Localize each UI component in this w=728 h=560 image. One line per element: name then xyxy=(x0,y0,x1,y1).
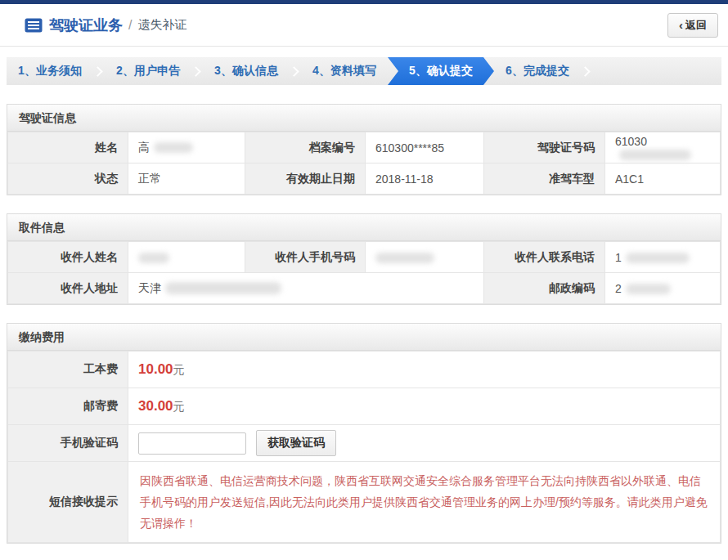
step-6-done[interactable]: 6、完成提交 xyxy=(494,57,581,85)
page-title: 驾驶证业务 xyxy=(49,16,123,35)
step-separator-icon xyxy=(191,57,203,85)
recipient-name-value xyxy=(128,242,245,273)
step-1-notice[interactable]: 1、业务须知 xyxy=(7,57,93,85)
post-fee-amount: 30.00 xyxy=(138,398,173,414)
recipient-address-label: 收件人地址 xyxy=(8,273,128,304)
fees-table: 工本费 10.00元 邮寄费 30.00元 手机验证码 获取验证码 短信接收提示… xyxy=(7,351,721,543)
sms-notice-text: 因陕西省联通、电信运营商技术问题，陕西省互联网交通安全综合服务管理平台无法向持陕… xyxy=(128,462,721,543)
table-row: 邮寄费 30.00元 xyxy=(8,388,721,425)
step-3-confirm-info[interactable]: 3、确认信息 xyxy=(203,57,290,85)
post-fee-label: 邮寄费 xyxy=(8,388,128,425)
redacted-text xyxy=(154,142,193,153)
step-wizard: 1、业务须知 2、用户申告 3、确认信息 4、资料填写 5、确认提交 6、完成提… xyxy=(7,57,721,85)
fees-section: 缴纳费用 工本费 10.00元 邮寄费 30.00元 手机验证码 获取验证码 短… xyxy=(7,323,721,544)
step-separator-icon xyxy=(290,57,301,85)
work-fee-value: 10.00元 xyxy=(128,352,721,388)
table-row: 收件人姓名 收件人手机号码 收件人联系电话 1 xyxy=(8,242,721,273)
table-row: 状态 正常 有效期止日期 2018-11-18 准驾车型 A1C1 xyxy=(8,164,721,195)
back-button[interactable]: ‹ 返回 xyxy=(667,13,718,38)
table-row: 工本费 10.00元 xyxy=(8,352,721,388)
pickup-info-section: 取件信息 收件人姓名 收件人手机号码 收件人联系电话 1 收件人地址 天津 邮政… xyxy=(7,213,721,305)
redacted-text xyxy=(626,253,690,263)
work-fee-amount: 10.00 xyxy=(138,361,173,377)
vehicle-class-label: 准驾车型 xyxy=(484,164,605,195)
postal-code-value: 2 xyxy=(605,273,721,304)
work-fee-unit: 元 xyxy=(173,363,185,376)
name-value: 高 xyxy=(128,132,245,164)
recipient-mobile-value xyxy=(366,242,484,273)
step-2-declare[interactable]: 2、用户申告 xyxy=(105,57,191,85)
post-fee-value: 30.00元 xyxy=(128,388,721,425)
license-info-table: 姓名 高 档案编号 610300****85 驾驶证号码 61030 状态 正常… xyxy=(7,132,721,195)
redacted-text xyxy=(375,253,434,263)
recipient-name-label: 收件人姓名 xyxy=(8,242,128,273)
step-4-fill-data[interactable]: 4、资料填写 xyxy=(301,57,388,85)
get-code-button[interactable]: 获取验证码 xyxy=(256,430,336,456)
postal-code-label: 邮政编码 xyxy=(484,273,605,304)
page-header: 驾驶证业务 / 遗失补证 ‹ 返回 xyxy=(0,4,728,47)
sms-code-label: 手机验证码 xyxy=(8,425,128,462)
step-bar-filler xyxy=(592,57,721,85)
fees-section-title: 缴纳费用 xyxy=(7,324,721,351)
table-row: 收件人地址 天津 邮政编码 2 xyxy=(8,273,721,304)
file-number-value: 610300****85 xyxy=(366,132,484,164)
post-fee-unit: 元 xyxy=(173,400,185,413)
status-label: 状态 xyxy=(8,164,128,195)
redacted-text xyxy=(619,150,691,160)
back-button-label: 返回 xyxy=(685,18,707,33)
table-row: 姓名 高 档案编号 610300****85 驾驶证号码 61030 xyxy=(8,132,721,164)
table-row: 手机验证码 获取验证码 xyxy=(8,425,721,462)
step-separator-icon xyxy=(581,57,592,85)
sms-code-cell: 获取验证码 xyxy=(128,425,721,462)
recipient-address-value: 天津 xyxy=(128,273,484,304)
chevron-left-icon: ‹ xyxy=(679,18,683,32)
sms-notice-label: 短信接收提示 xyxy=(8,462,128,543)
recipient-mobile-label: 收件人手机号码 xyxy=(245,242,366,273)
license-number-value: 61030 xyxy=(605,132,721,164)
pickup-info-table: 收件人姓名 收件人手机号码 收件人联系电话 1 收件人地址 天津 邮政编码 2 xyxy=(7,241,721,304)
license-section-title: 驾驶证信息 xyxy=(7,105,721,132)
vehicle-class-value: A1C1 xyxy=(605,164,721,195)
breadcrumb-separator: / xyxy=(128,18,132,33)
status-value: 正常 xyxy=(128,164,245,195)
redacted-text xyxy=(165,282,281,294)
step-separator-icon xyxy=(93,57,105,85)
expiry-value: 2018-11-18 xyxy=(366,164,484,195)
work-fee-label: 工本费 xyxy=(8,352,128,388)
sms-code-input[interactable] xyxy=(138,432,246,455)
file-number-label: 档案编号 xyxy=(245,132,366,164)
step-5-confirm-submit[interactable]: 5、确认提交 xyxy=(388,57,494,85)
list-icon xyxy=(25,18,43,33)
name-label: 姓名 xyxy=(8,132,128,164)
license-info-section: 驾驶证信息 姓名 高 档案编号 610300****85 驾驶证号码 61030… xyxy=(7,104,721,195)
recipient-contact-label: 收件人联系电话 xyxy=(484,242,605,273)
breadcrumb-current: 遗失补证 xyxy=(137,17,186,33)
recipient-contact-value: 1 xyxy=(605,242,721,273)
table-row: 短信接收提示 因陕西省联通、电信运营商技术问题，陕西省互联网交通安全综合服务管理… xyxy=(8,462,721,543)
license-number-label: 驾驶证号码 xyxy=(484,132,605,164)
expiry-label: 有效期止日期 xyxy=(245,164,366,195)
redacted-text xyxy=(626,284,671,294)
redacted-text xyxy=(138,253,169,263)
pickup-section-title: 取件信息 xyxy=(7,214,721,241)
